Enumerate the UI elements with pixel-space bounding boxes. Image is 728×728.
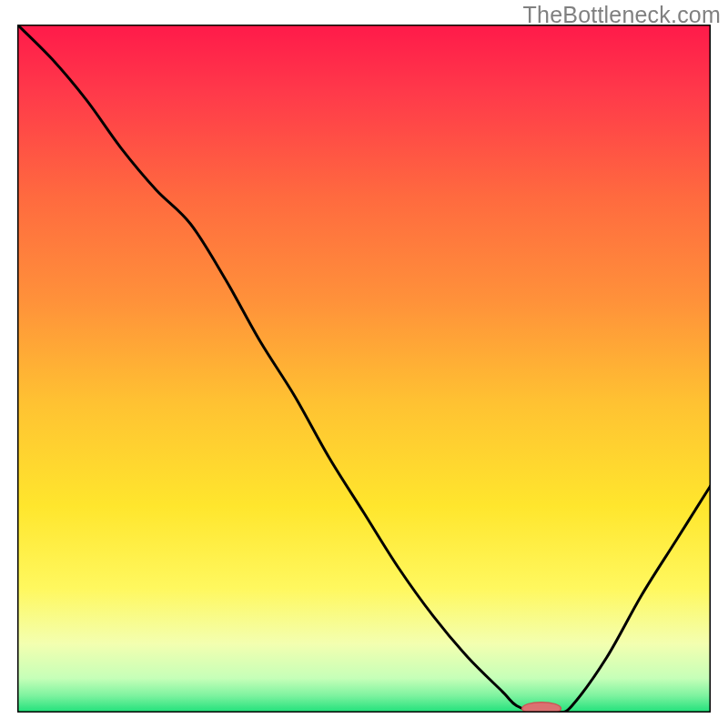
optimal-marker [522, 703, 561, 713]
gradient-background [17, 25, 711, 713]
chart-container: TheBottleneck.com [0, 0, 728, 728]
plot-area [17, 25, 711, 713]
plot-svg [17, 25, 711, 713]
